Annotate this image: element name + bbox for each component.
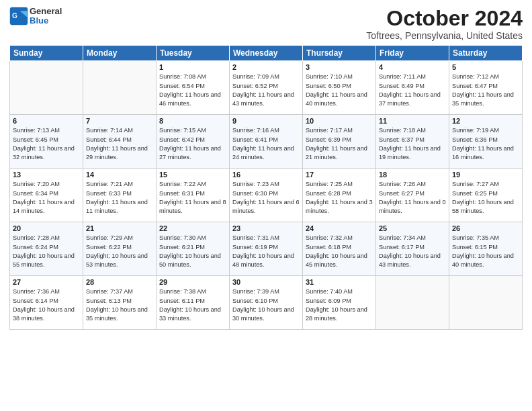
day-info: Sunrise: 7:29 AM Sunset: 6:22 PM Dayligh… xyxy=(86,234,153,269)
day-info: Sunrise: 7:15 AM Sunset: 6:42 PM Dayligh… xyxy=(159,126,226,162)
day-cell: 3Sunrise: 7:10 AM Sunset: 6:50 PM Daylig… xyxy=(303,61,376,115)
day-cell: 22Sunrise: 7:30 AM Sunset: 6:21 PM Dayli… xyxy=(157,222,230,276)
day-number: 6 xyxy=(13,117,80,125)
col-wednesday: Wednesday xyxy=(230,46,303,61)
day-number: 20 xyxy=(13,224,80,232)
day-cell: 19Sunrise: 7:27 AM Sunset: 6:25 PM Dayli… xyxy=(449,169,523,222)
day-info: Sunrise: 7:13 AM Sunset: 6:45 PM Dayligh… xyxy=(13,126,80,162)
day-info: Sunrise: 7:26 AM Sunset: 6:27 PM Dayligh… xyxy=(379,180,446,216)
week-row-4: 27Sunrise: 7:36 AM Sunset: 6:14 PM Dayli… xyxy=(10,276,523,330)
day-info: Sunrise: 7:34 AM Sunset: 6:17 PM Dayligh… xyxy=(379,234,446,269)
day-info: Sunrise: 7:18 AM Sunset: 6:37 PM Dayligh… xyxy=(379,126,446,162)
calendar: Sunday Monday Tuesday Wednesday Thursday… xyxy=(9,45,523,330)
header-row: Sunday Monday Tuesday Wednesday Thursday… xyxy=(10,46,523,61)
day-number: 19 xyxy=(452,171,519,179)
day-info: Sunrise: 7:31 AM Sunset: 6:19 PM Dayligh… xyxy=(232,234,300,269)
day-number: 11 xyxy=(379,117,446,125)
day-info: Sunrise: 7:37 AM Sunset: 6:13 PM Dayligh… xyxy=(86,287,153,323)
day-info: Sunrise: 7:20 AM Sunset: 6:34 PM Dayligh… xyxy=(13,180,80,216)
svg-text:G: G xyxy=(12,12,17,19)
day-cell: 9Sunrise: 7:16 AM Sunset: 6:41 PM Daylig… xyxy=(230,115,303,169)
day-info: Sunrise: 7:36 AM Sunset: 6:14 PM Dayligh… xyxy=(13,287,80,323)
day-number: 23 xyxy=(232,224,300,232)
day-cell: 6Sunrise: 7:13 AM Sunset: 6:45 PM Daylig… xyxy=(10,115,83,169)
col-tuesday: Tuesday xyxy=(157,46,230,61)
header: G General Blue October 2024 Toftrees, Pe… xyxy=(9,7,523,41)
day-info: Sunrise: 7:19 AM Sunset: 6:36 PM Dayligh… xyxy=(452,126,519,162)
week-row-2: 13Sunrise: 7:20 AM Sunset: 6:34 PM Dayli… xyxy=(10,169,523,222)
month-title: October 2024 xyxy=(366,7,523,30)
col-thursday: Thursday xyxy=(303,46,376,61)
day-number: 12 xyxy=(452,117,519,125)
day-info: Sunrise: 7:27 AM Sunset: 6:25 PM Dayligh… xyxy=(452,180,519,216)
day-number: 28 xyxy=(86,278,153,286)
day-cell xyxy=(449,276,523,330)
logo: G General Blue xyxy=(9,7,62,26)
day-number: 14 xyxy=(86,171,153,179)
day-info: Sunrise: 7:32 AM Sunset: 6:18 PM Dayligh… xyxy=(306,234,373,269)
day-cell: 4Sunrise: 7:11 AM Sunset: 6:49 PM Daylig… xyxy=(376,61,449,115)
day-cell xyxy=(83,61,157,115)
day-number: 3 xyxy=(306,63,373,71)
day-number: 24 xyxy=(306,224,373,232)
day-cell: 28Sunrise: 7:37 AM Sunset: 6:13 PM Dayli… xyxy=(83,276,157,330)
day-number: 31 xyxy=(306,278,373,286)
day-number: 7 xyxy=(86,117,153,125)
day-info: Sunrise: 7:11 AM Sunset: 6:49 PM Dayligh… xyxy=(379,73,446,108)
day-cell: 27Sunrise: 7:36 AM Sunset: 6:14 PM Dayli… xyxy=(10,276,83,330)
day-number: 5 xyxy=(452,63,519,71)
day-info: Sunrise: 7:12 AM Sunset: 6:47 PM Dayligh… xyxy=(452,73,519,108)
day-cell: 25Sunrise: 7:34 AM Sunset: 6:17 PM Dayli… xyxy=(376,222,449,276)
day-number: 10 xyxy=(306,117,373,125)
day-number: 26 xyxy=(452,224,519,232)
day-info: Sunrise: 7:35 AM Sunset: 6:15 PM Dayligh… xyxy=(452,234,519,269)
day-info: Sunrise: 7:10 AM Sunset: 6:50 PM Dayligh… xyxy=(306,73,373,108)
week-row-3: 20Sunrise: 7:28 AM Sunset: 6:24 PM Dayli… xyxy=(10,222,523,276)
day-number: 9 xyxy=(232,117,300,125)
day-cell: 10Sunrise: 7:17 AM Sunset: 6:39 PM Dayli… xyxy=(303,115,376,169)
week-row-0: 1Sunrise: 7:08 AM Sunset: 6:54 PM Daylig… xyxy=(10,61,523,115)
day-number: 1 xyxy=(159,63,226,71)
day-info: Sunrise: 7:38 AM Sunset: 6:11 PM Dayligh… xyxy=(159,287,226,323)
day-info: Sunrise: 7:39 AM Sunset: 6:10 PM Dayligh… xyxy=(232,287,300,323)
logo-icon: G xyxy=(9,7,28,26)
page: G General Blue October 2024 Toftrees, Pe… xyxy=(0,0,532,411)
day-cell: 2Sunrise: 7:09 AM Sunset: 6:52 PM Daylig… xyxy=(230,61,303,115)
day-cell: 31Sunrise: 7:40 AM Sunset: 6:09 PM Dayli… xyxy=(303,276,376,330)
day-cell xyxy=(376,276,449,330)
day-info: Sunrise: 7:09 AM Sunset: 6:52 PM Dayligh… xyxy=(232,73,300,108)
day-cell: 23Sunrise: 7:31 AM Sunset: 6:19 PM Dayli… xyxy=(230,222,303,276)
day-info: Sunrise: 7:40 AM Sunset: 6:09 PM Dayligh… xyxy=(306,287,373,323)
day-info: Sunrise: 7:23 AM Sunset: 6:30 PM Dayligh… xyxy=(232,180,300,216)
day-number: 4 xyxy=(379,63,446,71)
day-cell: 26Sunrise: 7:35 AM Sunset: 6:15 PM Dayli… xyxy=(449,222,523,276)
logo-general: General xyxy=(30,7,62,16)
day-cell xyxy=(10,61,83,115)
day-cell: 30Sunrise: 7:39 AM Sunset: 6:10 PM Dayli… xyxy=(230,276,303,330)
title-block: October 2024 Toftrees, Pennsylvania, Uni… xyxy=(366,7,523,41)
day-cell: 14Sunrise: 7:21 AM Sunset: 6:33 PM Dayli… xyxy=(83,169,157,222)
logo-text: General Blue xyxy=(30,7,62,26)
day-number: 18 xyxy=(379,171,446,179)
day-number: 22 xyxy=(159,224,226,232)
col-monday: Monday xyxy=(83,46,157,61)
day-number: 15 xyxy=(159,171,226,179)
day-info: Sunrise: 7:22 AM Sunset: 6:31 PM Dayligh… xyxy=(159,180,226,216)
col-saturday: Saturday xyxy=(449,46,523,61)
day-info: Sunrise: 7:30 AM Sunset: 6:21 PM Dayligh… xyxy=(159,234,226,269)
day-info: Sunrise: 7:28 AM Sunset: 6:24 PM Dayligh… xyxy=(13,234,80,269)
day-info: Sunrise: 7:21 AM Sunset: 6:33 PM Dayligh… xyxy=(86,180,153,216)
day-cell: 24Sunrise: 7:32 AM Sunset: 6:18 PM Dayli… xyxy=(303,222,376,276)
day-number: 17 xyxy=(306,171,373,179)
day-cell: 11Sunrise: 7:18 AM Sunset: 6:37 PM Dayli… xyxy=(376,115,449,169)
day-number: 30 xyxy=(232,278,300,286)
day-cell: 13Sunrise: 7:20 AM Sunset: 6:34 PM Dayli… xyxy=(10,169,83,222)
day-info: Sunrise: 7:16 AM Sunset: 6:41 PM Dayligh… xyxy=(232,126,300,162)
day-cell: 15Sunrise: 7:22 AM Sunset: 6:31 PM Dayli… xyxy=(157,169,230,222)
day-number: 2 xyxy=(232,63,300,71)
day-info: Sunrise: 7:17 AM Sunset: 6:39 PM Dayligh… xyxy=(306,126,373,162)
day-number: 13 xyxy=(13,171,80,179)
week-row-1: 6Sunrise: 7:13 AM Sunset: 6:45 PM Daylig… xyxy=(10,115,523,169)
day-number: 25 xyxy=(379,224,446,232)
col-sunday: Sunday xyxy=(10,46,83,61)
